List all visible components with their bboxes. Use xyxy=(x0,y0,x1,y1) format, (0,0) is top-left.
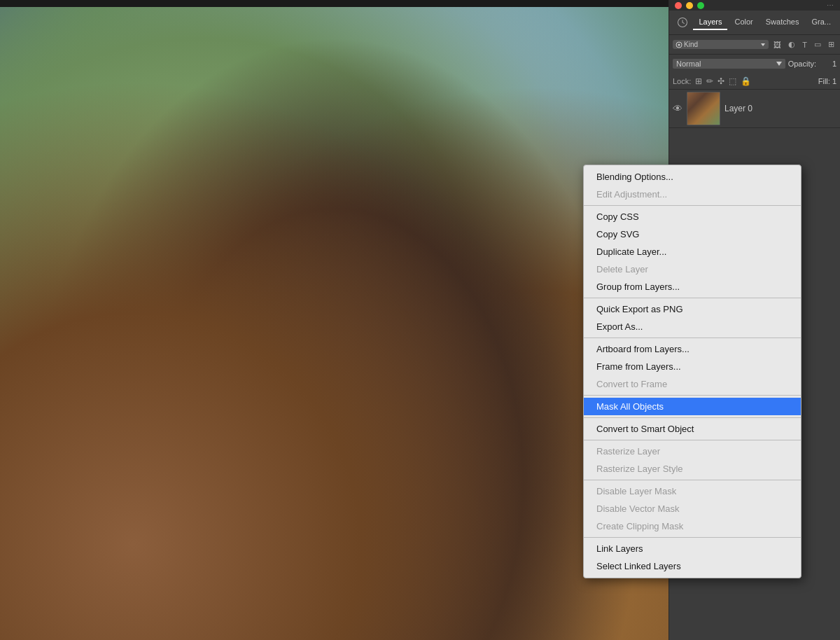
menu-item-delete-layer: Delete Layer xyxy=(584,260,801,278)
canvas-top-bar xyxy=(0,0,668,7)
menu-item-link-layers[interactable]: Link Layers xyxy=(584,540,801,557)
menu-item-export-as[interactable]: Export As... xyxy=(584,318,801,335)
menu-item-convert-to-frame: Convert to Frame xyxy=(584,375,801,393)
lock-label: Lock: xyxy=(673,77,691,85)
menu-item-blending-options[interactable]: Blending Options... xyxy=(584,168,801,186)
fill-label: Fill: 1 xyxy=(818,77,836,85)
lock-move-icon[interactable]: ✣ xyxy=(718,76,724,86)
menu-item-mask-all-objects[interactable]: Mask All Objects xyxy=(584,398,801,415)
filter-adjustment-icon[interactable]: ◐ xyxy=(786,39,797,50)
menu-item-copy-css[interactable]: Copy CSS xyxy=(584,208,801,225)
layer-name: Layer 0 xyxy=(724,104,752,113)
layer-item-0[interactable]: 👁 Layer 0 xyxy=(669,90,840,128)
tab-color[interactable]: Color xyxy=(729,15,758,30)
menu-item-group-from-layers[interactable]: Group from Layers... xyxy=(584,278,801,295)
more-options-icon[interactable]: ⋯ xyxy=(827,1,834,9)
menu-separator xyxy=(584,537,801,538)
opacity-value[interactable]: 1 xyxy=(819,60,836,68)
menu-separator xyxy=(584,417,801,418)
blend-mode-row: Normal Opacity: 1 xyxy=(669,55,840,73)
lock-row: Lock: ⊞ ✏ ✣ ⬚ 🔒 Fill: 1 xyxy=(669,73,840,90)
menu-item-rasterize-layer-style: Rasterize Layer Style xyxy=(584,460,801,478)
menu-item-disable-vector-mask: Disable Vector Mask xyxy=(584,500,801,517)
menu-item-duplicate-layer[interactable]: Duplicate Layer... xyxy=(584,243,801,260)
lock-checkerboard-icon[interactable]: ⊞ xyxy=(695,76,702,86)
menu-separator xyxy=(584,440,801,440)
panel-titlebar: ⋯ xyxy=(669,0,840,11)
canvas-background xyxy=(0,0,668,640)
filter-smartobject-icon[interactable]: ⊞ xyxy=(826,39,836,50)
menu-item-disable-layer-mask: Disable Layer Mask xyxy=(584,482,801,500)
menu-item-rasterize-layer: Rasterize Layer xyxy=(584,443,801,460)
menu-item-edit-adjustment: Edit Adjustment... xyxy=(584,186,801,203)
panel-tabs: Layers Color Swatches Gra... xyxy=(669,11,840,35)
opacity-label: Opacity: xyxy=(788,60,816,68)
filter-shape-icon[interactable]: ▭ xyxy=(812,39,823,50)
lock-brush-icon[interactable]: ✏ xyxy=(706,76,713,86)
lock-transform-icon[interactable]: ⬚ xyxy=(729,76,736,86)
blend-mode-value: Normal xyxy=(676,60,701,68)
menu-item-artboard-from-layers[interactable]: Artboard from Layers... xyxy=(584,340,801,358)
menu-item-copy-svg[interactable]: Copy SVG xyxy=(584,225,801,243)
svg-point-1 xyxy=(678,43,680,46)
menu-item-frame-from-layers[interactable]: Frame from Layers... xyxy=(584,358,801,375)
filter-image-icon[interactable]: 🖼 xyxy=(771,40,783,50)
maximize-button[interactable] xyxy=(697,2,704,9)
menu-item-convert-smart-object[interactable]: Convert to Smart Object xyxy=(584,420,801,438)
canvas xyxy=(0,0,668,640)
tab-history[interactable] xyxy=(673,13,692,32)
menu-separator xyxy=(584,480,801,480)
tab-swatches[interactable]: Swatches xyxy=(760,15,805,30)
layer-thumbnail xyxy=(687,92,720,125)
minimize-button[interactable] xyxy=(686,2,693,9)
tab-gradients[interactable]: Gra... xyxy=(806,15,836,30)
menu-separator xyxy=(584,395,801,396)
menu-item-select-linked-layers[interactable]: Select Linked Layers xyxy=(584,557,801,575)
close-button[interactable] xyxy=(675,2,682,9)
layer-visibility-icon[interactable]: 👁 xyxy=(673,103,682,114)
menu-separator xyxy=(584,338,801,338)
filter-kind-select[interactable]: Kind xyxy=(673,40,769,49)
context-menu: Blending Options...Edit Adjustment...Cop… xyxy=(583,165,802,578)
tab-layers[interactable]: Layers xyxy=(693,15,727,30)
filter-type-icon[interactable]: T xyxy=(800,40,809,50)
menu-item-quick-export-png[interactable]: Quick Export as PNG xyxy=(584,300,801,318)
filter-row: Kind 🖼 ◐ T ▭ ⊞ xyxy=(669,35,840,55)
filter-icons: 🖼 ◐ T ▭ ⊞ xyxy=(771,39,836,50)
menu-separator xyxy=(584,298,801,298)
menu-separator xyxy=(584,205,801,206)
lock-lock-icon[interactable]: 🔒 xyxy=(741,76,751,86)
menu-item-create-clipping-mask: Create Clipping Mask xyxy=(584,517,801,535)
